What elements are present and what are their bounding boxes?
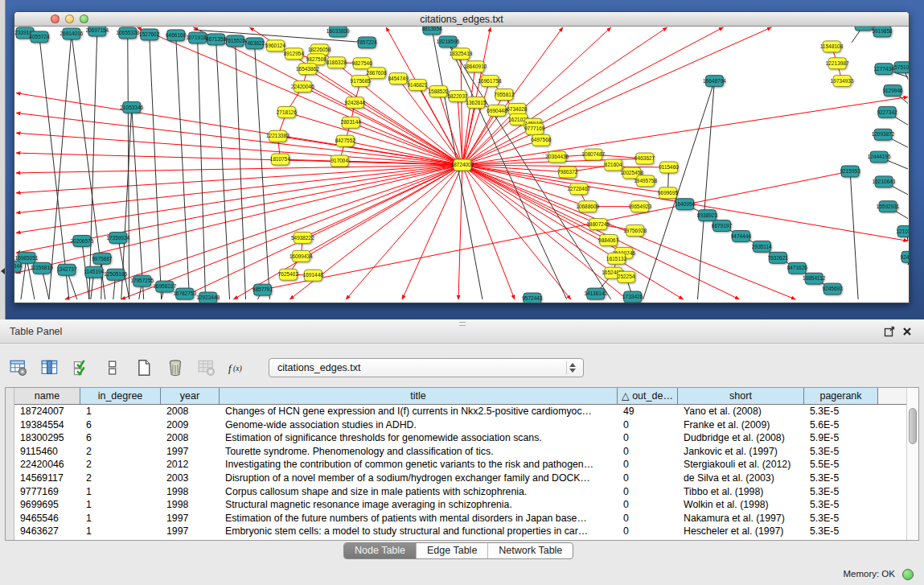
graph-node[interactable]: 10807487 <box>581 149 605 160</box>
graph-node[interactable]: 19654923 <box>628 201 651 212</box>
graph-node[interactable]: 8938923 <box>697 210 718 221</box>
graph-node[interactable]: 9129946 <box>882 85 903 97</box>
tab-node-table[interactable]: Node Table <box>344 543 417 558</box>
table-row[interactable]: 1938455462009Genome-wide association stu… <box>14 418 906 432</box>
graph-node[interactable]: 6734028 <box>507 103 528 114</box>
graph-node[interactable]: 12093872 <box>872 129 895 140</box>
graph-node[interactable]: 6822037 <box>447 91 468 102</box>
graph-node[interactable]: 1342737 <box>56 264 77 275</box>
graph-node[interactable]: 5960124 <box>265 40 286 51</box>
graph-node[interactable]: 8186328 <box>326 57 347 68</box>
function-icon[interactable]: f (x) <box>228 357 248 378</box>
graph-node[interactable]: 7857224 <box>357 37 378 48</box>
graph-node[interactable]: 4055724 <box>29 31 50 43</box>
graph-node[interactable]: 1691448 <box>303 270 324 281</box>
graph-node[interactable]: 7463822 <box>244 38 265 49</box>
splitter-arrow-icon[interactable] <box>1 268 5 274</box>
graph-node[interactable]: 17957255 <box>130 275 154 286</box>
graph-node[interactable]: 21053346 <box>120 101 143 113</box>
graph-node[interactable]: 9245011 <box>901 251 909 262</box>
graph-node[interactable]: 2718126 <box>277 106 298 117</box>
table-settings-icon[interactable] <box>8 357 29 378</box>
graph-node[interactable]: 20697154 <box>85 27 109 36</box>
panel-splitter[interactable] <box>0 0 6 319</box>
graph-node[interactable]: 14136141 <box>584 288 607 299</box>
table-row[interactable]: 1456911722003Disruption of a novel membe… <box>14 472 906 485</box>
graph-node[interactable]: 10854112 <box>803 273 826 284</box>
column-header-pagerank[interactable]: pagerank <box>804 388 878 404</box>
graph-node[interactable]: 12213987 <box>826 58 849 69</box>
graph-node[interactable]: 26914016 <box>60 28 83 39</box>
float-panel-icon[interactable] <box>884 326 895 337</box>
graph-node[interactable]: 7632621 <box>768 252 789 263</box>
graph-node[interactable]: 18640910 <box>464 61 487 72</box>
graph-node[interactable]: 1277434 <box>873 64 894 75</box>
panel-resize-grip[interactable] <box>459 322 466 326</box>
graph-node[interactable]: 9975887 <box>92 253 113 264</box>
graph-node[interactable]: 12213383 <box>266 130 290 142</box>
graph-node[interactable]: 8454749 <box>388 73 409 84</box>
select-columns-icon[interactable] <box>39 357 60 378</box>
column-header-indegree[interactable]: in_degree <box>80 388 161 404</box>
table-selector-dropdown[interactable]: citations_edges.txt <box>269 358 584 377</box>
graph-node[interactable]: 15751074 <box>892 62 909 73</box>
graph-node[interactable]: 9884067 <box>598 234 619 245</box>
graph-node[interactable]: 1145194 <box>84 266 104 278</box>
graph-node[interactable]: 11548108 <box>820 41 844 52</box>
graph-node[interactable]: 1210354 <box>896 226 909 237</box>
graph-node[interactable]: 7625402 <box>278 269 299 280</box>
graph-node[interactable]: 9572443 <box>522 293 543 303</box>
dropdown-stepper-icon[interactable] <box>566 361 578 374</box>
graph-node[interactable]: 19756928 <box>623 225 647 237</box>
graph-node[interactable]: 12923448 <box>196 292 220 303</box>
delete-column-icon[interactable] <box>165 357 186 378</box>
graph-node[interactable]: 9227342 <box>877 106 897 117</box>
table-row[interactable]: 2242004622012Investigating the contribut… <box>14 458 906 472</box>
table-row[interactable]: 946554611997Estimation of the future num… <box>14 512 906 525</box>
graph-node[interactable]: 1733426 <box>622 291 643 303</box>
graph-node[interactable]: 9699695 <box>658 187 679 199</box>
graph-node[interactable]: 1588520 <box>428 86 449 97</box>
graph-node[interactable]: 9245693 <box>823 283 844 295</box>
table-row[interactable]: 1830029562008Estimation of significance … <box>14 431 906 445</box>
graph-node[interactable]: 8813054 <box>421 27 442 35</box>
graph-node[interactable]: 9474444 <box>731 231 752 242</box>
graph-node[interactable]: 16961758 <box>478 76 502 87</box>
graph-node[interactable]: 20206575 <box>70 235 93 246</box>
graph-node[interactable]: 9146821 <box>407 80 428 91</box>
graph-node[interactable]: 16648794 <box>703 76 726 87</box>
graph-node[interactable]: 6679197 <box>712 220 733 232</box>
graph-node[interactable]: 1810754 <box>270 154 291 165</box>
graph-node[interactable]: 2935114 <box>752 241 772 252</box>
graph-node[interactable]: 8427552 <box>335 135 356 146</box>
network-canvas[interactable]: 2339186405572426914016206971541065532815… <box>14 27 909 303</box>
network-graph[interactable]: 2339186405572426914016206971541065532815… <box>14 27 909 303</box>
graph-node[interactable]: 821604 <box>605 159 622 171</box>
graph-node[interactable]: 10655328 <box>116 27 139 39</box>
graph-node[interactable]: 1362615 <box>466 97 487 108</box>
graph-node[interactable]: 18724007 <box>451 159 474 171</box>
graph-node[interactable]: 19734933 <box>831 76 854 87</box>
close-panel-icon[interactable] <box>901 326 913 337</box>
graph-node[interactable]: 8471626 <box>787 262 808 274</box>
rows-icon[interactable] <box>102 357 123 378</box>
graph-node[interactable]: 9175685 <box>351 76 372 87</box>
column-header-year[interactable]: year <box>161 388 220 404</box>
graph-node[interactable]: 9115460 <box>659 162 679 173</box>
tab-network-table[interactable]: Network Table <box>488 543 573 558</box>
graph-node[interactable]: 16099434 <box>290 250 313 262</box>
graph-node[interactable]: 6990448 <box>487 105 507 116</box>
graph-node[interactable]: 9215953 <box>840 166 861 177</box>
graph-node[interactable]: 2803144 <box>341 117 362 128</box>
graph-node[interactable]: 12720467 <box>567 183 590 195</box>
graph-node[interactable]: 20364436 <box>545 151 569 163</box>
graph-node[interactable]: 917004 <box>331 155 348 167</box>
graph-node[interactable]: 10688609 <box>576 201 599 212</box>
graph-node[interactable]: 9777169 <box>524 123 545 134</box>
graph-node[interactable]: 54938222 <box>291 233 314 244</box>
graph-node[interactable]: 9857791 <box>253 284 273 295</box>
column-header-name[interactable]: name <box>14 388 80 404</box>
graph-node[interactable]: 1527602 <box>139 29 160 40</box>
table-row[interactable]: 969969511998Structural magnetic resonanc… <box>14 498 906 512</box>
table-row[interactable]: 977716911998Corpus callosum shape and si… <box>14 485 906 499</box>
